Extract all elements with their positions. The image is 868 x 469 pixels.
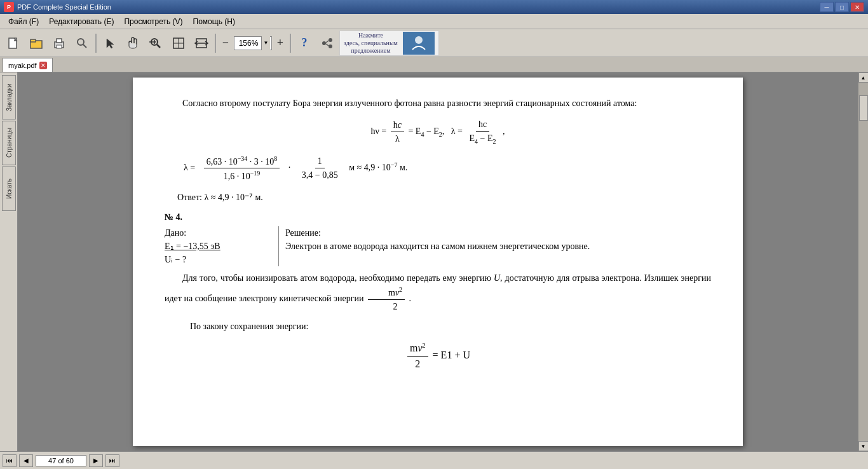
last-page-button[interactable]: ⏭	[105, 454, 119, 467]
scrollbar: ▲ ▼	[858, 72, 868, 451]
scroll-track[interactable]	[858, 83, 868, 441]
svg-line-9	[157, 44, 160, 48]
print-button[interactable]	[48, 32, 70, 54]
titlebar-controls: ─ □ ✕	[820, 2, 864, 12]
pdf-page: Согласно второму постулату Бора энергия …	[133, 78, 743, 446]
given-column: Дано: E₁ = −13,55 эВ Uᵢ − ?	[165, 226, 279, 266]
svg-rect-2	[31, 39, 36, 42]
scroll-down-button[interactable]: ▼	[858, 441, 869, 451]
bookmarks-tab[interactable]: Закладки	[2, 75, 16, 119]
menu-view[interactable]: Просмотреть (V)	[119, 16, 187, 27]
titlebar-title: PDF Complete Special Edition	[17, 3, 820, 11]
hand-button[interactable]	[122, 32, 144, 54]
svg-point-22	[415, 36, 423, 44]
search-scan-button[interactable]	[71, 32, 93, 54]
main-content: Закладки Страницы Искать Согласно втором…	[0, 72, 868, 451]
given-label: Дано:	[165, 226, 272, 240]
select-button[interactable]	[99, 32, 121, 54]
toolbar-separator-2	[215, 34, 216, 53]
pdf-container: Согласно второму постулату Бора энергия …	[18, 72, 858, 451]
page-info: 47 of 60	[36, 455, 86, 466]
svg-rect-4	[57, 39, 62, 43]
toolbar-separator-1	[95, 34, 97, 53]
help-button[interactable]: ?	[294, 32, 315, 54]
svg-point-17	[329, 38, 332, 42]
next-page-button[interactable]: ▶	[89, 454, 103, 467]
prev-page-button[interactable]: ◀	[19, 454, 33, 467]
zoom-in-button[interactable]: +	[273, 36, 287, 50]
menu-edit[interactable]: Редактировать (Е)	[44, 16, 119, 27]
tab-close-button[interactable]: ✕	[39, 62, 47, 69]
paragraph-1: Согласно второму постулату Бора энергия …	[165, 97, 711, 110]
ad-banner[interactable]: Нажмитездесь, специальнымпредложением	[339, 31, 439, 56]
open-button[interactable]	[25, 32, 47, 54]
solution-para-2: Для того, чтобы ионизировать атом водоро…	[165, 271, 711, 313]
maximize-button[interactable]: □	[835, 2, 849, 12]
formula-3: mv2 2 = E1 + U	[165, 341, 711, 372]
pages-tab[interactable]: Страницы	[2, 121, 16, 165]
toolbar-separator-3	[290, 34, 291, 53]
fit-page-button[interactable]	[168, 32, 189, 54]
formula-2: λ = 6,63 · 10−34 · 3 · 108 1,6 · 10−19 ·…	[165, 154, 711, 183]
given-e1: E₁ = −13,55 эВ	[165, 240, 272, 253]
ad-text: Нажмитездесь, специальнымпредложением	[344, 32, 398, 55]
share-button[interactable]	[316, 32, 338, 54]
statusbar: ⏮ ◀ 47 of 60 ▶ ⏭	[0, 451, 868, 469]
menu-help[interactable]: Помощь (Н)	[188, 16, 240, 27]
solution-column: Решение: Электрон в атоме водорода наход…	[279, 226, 711, 266]
scroll-up-button[interactable]: ▲	[858, 72, 869, 83]
given-solution-table: Дано: E₁ = −13,55 эВ Uᵢ − ? Решение: Эле…	[165, 226, 711, 266]
zoom-value-box[interactable]: 156% ▼	[234, 36, 272, 50]
scroll-thumb[interactable]	[859, 95, 868, 121]
svg-rect-5	[57, 45, 62, 48]
tab-myak-pdf[interactable]: myak.pdf ✕	[3, 58, 53, 72]
zoom-button[interactable]	[145, 32, 166, 54]
svg-point-6	[78, 39, 84, 45]
answer-1: Ответ: λ ≈ 4,9 · 10⁻⁷ м.	[165, 191, 711, 204]
conservation-label: По закону сохранения энергии:	[190, 320, 711, 333]
zoom-input[interactable]: 156%	[236, 39, 261, 48]
menu-file[interactable]: Файл (F)	[3, 16, 44, 27]
menubar: Файл (F) Редактировать (Е) Просмотреть (…	[0, 14, 868, 29]
problem-header: № 4.	[165, 210, 711, 224]
svg-point-19	[329, 44, 332, 48]
given-ui: Uᵢ − ?	[165, 253, 272, 266]
zoom-dropdown-arrow[interactable]: ▼	[261, 36, 270, 50]
formula-1: hν = hc λ = E4 − E2, λ = hc E4 − E2 ,	[165, 118, 711, 146]
first-page-button[interactable]: ⏮	[3, 454, 17, 467]
new-button[interactable]	[3, 32, 24, 54]
minimize-button[interactable]: ─	[820, 2, 834, 12]
svg-line-7	[83, 44, 86, 48]
svg-line-21	[326, 44, 329, 46]
tab-label: myak.pdf	[8, 62, 37, 69]
svg-point-18	[322, 41, 326, 45]
titlebar: P PDF Complete Special Edition ─ □ ✕	[0, 0, 868, 14]
left-panel: Закладки Страницы Искать	[0, 72, 18, 451]
tabbar: myak.pdf ✕	[0, 57, 868, 72]
solution-text-1: Электрон в атоме водорода находится на с…	[285, 240, 711, 253]
toolbar: − 156% ▼ + ? Нажмитездесь, специальнымпр…	[0, 29, 868, 57]
close-button[interactable]: ✕	[850, 2, 864, 12]
solution-label: Решение:	[285, 226, 711, 240]
svg-line-20	[326, 41, 329, 43]
fit-width-button[interactable]	[191, 32, 212, 54]
zoom-out-button[interactable]: −	[219, 36, 233, 50]
app-icon: P	[4, 2, 14, 12]
search-tab[interactable]: Искать	[2, 167, 16, 211]
